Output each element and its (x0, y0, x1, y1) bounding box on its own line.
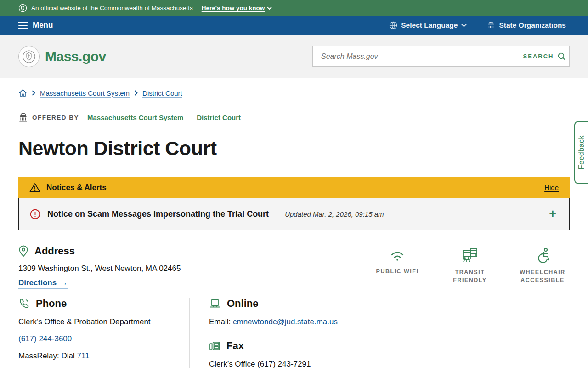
breadcrumb-court-system[interactable]: Massachusetts Court System (40, 89, 130, 97)
email-link[interactable]: cmnewtondc@jud.state.ma.us (233, 317, 338, 326)
fax-heading: Fax (226, 340, 244, 352)
amenity-label: PUBLIC WIFI (376, 268, 419, 276)
address-heading: Address (34, 245, 75, 257)
amenities: PUBLIC WIFI TRANSIT FRIENDLY (370, 247, 570, 284)
feedback-button[interactable]: Feedback (574, 121, 588, 184)
heres-how-you-know-link[interactable]: Here's how you know (202, 5, 272, 12)
hamburger-icon (18, 22, 28, 29)
alerts-title: Notices & Alerts (46, 183, 107, 192)
phone-section: Phone Clerk’s Office & Probation Departm… (18, 298, 190, 368)
breadcrumb-district-court[interactable]: District Court (142, 89, 182, 97)
amenity-label: TRANSIT FRIENDLY (443, 269, 497, 284)
banner-text: An official website of the Commonwealth … (31, 5, 193, 12)
directions-link[interactable]: Directions→ (18, 278, 68, 289)
official-banner: An official website of the Commonwealth … (0, 0, 588, 16)
massgov-wordmark: Mass.gov (45, 49, 106, 64)
amenity-public-wifi: PUBLIC WIFI (370, 247, 424, 284)
statehouse-icon (487, 22, 495, 29)
offered-by-district-court[interactable]: District Court (197, 114, 241, 121)
divider (18, 104, 570, 104)
menu-button[interactable]: Menu (18, 21, 53, 30)
feedback-label: Feedback (577, 135, 586, 169)
notice-updated-timestamp: Updated Mar. 2, 2026, 09:15 am (285, 210, 384, 218)
phone-office-label: Clerk’s Office & Probation Department (18, 317, 175, 327)
wheelchair-icon (534, 247, 551, 264)
search-icon (558, 52, 566, 61)
arrow-right-icon: → (60, 278, 68, 288)
notices-alerts-panel: Notices & Alerts Hide Notice on Scam Mes… (18, 177, 570, 230)
transit-icon (461, 247, 479, 264)
warning-triangle-icon (29, 183, 40, 192)
search-button[interactable]: SEARCH (520, 46, 569, 66)
alert-circle-icon (30, 209, 40, 219)
fax-line: Clerk’s Office (617) 243-7291 (209, 360, 338, 368)
massrelay-line: MassRelay: Dial 711 (18, 351, 175, 361)
expand-notice-button[interactable]: + (549, 208, 558, 220)
map-pin-icon (18, 245, 28, 257)
amenity-transit-friendly: TRANSIT FRIENDLY (443, 247, 497, 284)
phone-icon (18, 298, 30, 310)
amenity-wheelchair-accessible: WHEELCHAIR ACCESSIBLE (515, 247, 570, 284)
online-section: Online Email: cmnewtondc@jud.state.ma.us (209, 298, 338, 327)
chevron-right-icon (32, 90, 35, 96)
state-seal-icon (18, 4, 27, 12)
menu-label: Menu (33, 21, 53, 30)
email-line: Email: cmnewtondc@jud.state.ma.us (209, 317, 338, 327)
massrelay-711-link[interactable]: 711 (77, 351, 90, 360)
fax-icon (209, 340, 220, 351)
offered-by-row: OFFERED BY Massachusetts Court System Di… (18, 113, 570, 122)
wifi-icon (388, 247, 407, 263)
search-input[interactable] (313, 46, 520, 66)
phone-number-link[interactable]: (617) 244-3600 (18, 334, 72, 343)
laptop-icon (209, 299, 221, 309)
home-icon[interactable] (18, 89, 27, 97)
divider (277, 207, 277, 221)
massgov-logo[interactable]: Mass.gov (18, 46, 106, 67)
site-header: Mass.gov SEARCH (0, 34, 588, 78)
online-heading: Online (227, 298, 258, 310)
divider (190, 113, 190, 121)
offered-by-court-system[interactable]: Massachusetts Court System (87, 114, 183, 121)
top-navigation: Menu Select Language State Organizations (0, 16, 588, 34)
hide-alerts-link[interactable]: Hide (544, 184, 559, 191)
chevron-right-icon (134, 90, 138, 96)
select-language-button[interactable]: Select Language (389, 21, 467, 29)
alerts-header: Notices & Alerts Hide (18, 177, 570, 198)
globe-icon (389, 21, 397, 29)
page-title: Newton District Court (18, 137, 570, 160)
breadcrumb: Massachusetts Court System District Cour… (18, 89, 570, 97)
chevron-down-icon (267, 6, 272, 10)
fax-section: Fax Clerk’s Office (617) 243-7291 (209, 340, 338, 368)
offered-by-label: OFFERED BY (32, 114, 79, 121)
phone-heading: Phone (36, 298, 67, 310)
amenity-label: WHEELCHAIR ACCESSIBLE (515, 269, 570, 284)
chevron-down-icon (461, 23, 467, 27)
alert-notice-row[interactable]: Notice on Scam Messages Impersonating th… (18, 198, 570, 230)
notice-title[interactable]: Notice on Scam Messages Impersonating th… (47, 209, 269, 219)
site-search: SEARCH (312, 46, 570, 67)
statehouse-icon (18, 113, 28, 122)
state-organizations-link[interactable]: State Organizations (487, 21, 566, 29)
address-section: Address 1309 Washington St., West Newton… (18, 245, 181, 289)
address-line: 1309 Washington St., West Newton, MA 024… (18, 264, 181, 273)
massgov-seal-icon (18, 46, 40, 67)
